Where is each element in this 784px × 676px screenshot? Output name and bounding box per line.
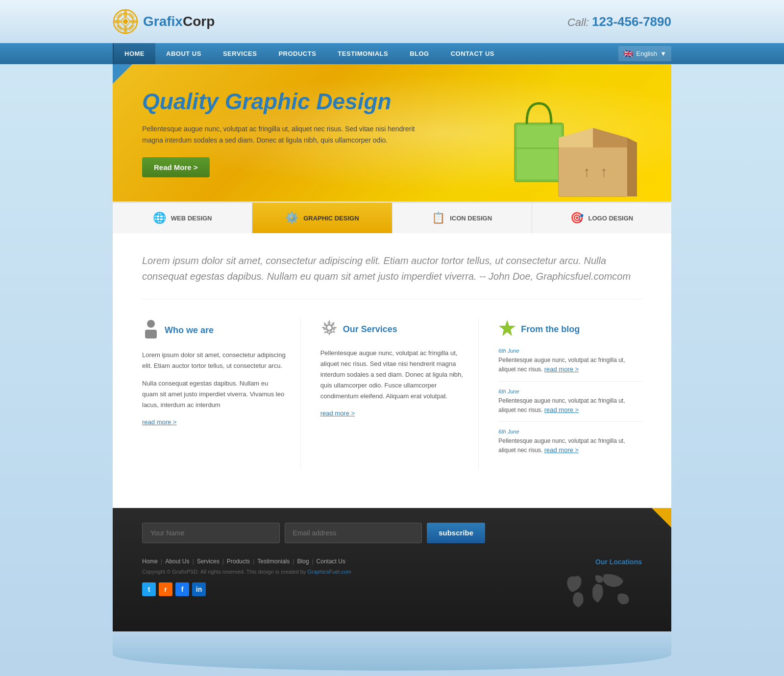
- logo-design-icon: 🎯: [570, 212, 584, 224]
- nav-products[interactable]: PRODUCTS: [268, 43, 327, 64]
- blog-read-more-3[interactable]: read more >: [544, 446, 579, 454]
- blog-text-2: Pellentesque augue nunc, volutpat ac fri…: [498, 396, 642, 415]
- footer-link-products[interactable]: Products: [227, 558, 250, 565]
- header: GrafixCorp Call: 123-456-7890: [0, 0, 784, 43]
- subscribe-button[interactable]: subscribe: [427, 523, 485, 543]
- email-input[interactable]: [285, 523, 422, 543]
- svg-rect-13: [517, 125, 561, 179]
- blog-item-3: 6th June Pellentesque augue nunc, volutp…: [498, 429, 642, 462]
- locations-section: Our Locations: [564, 558, 642, 617]
- nav-home[interactable]: HOME: [113, 43, 155, 64]
- who-we-are-column: Who we are Lorem ipsum dolor sit amet, c…: [142, 319, 301, 469]
- footer-link-home[interactable]: Home: [142, 558, 158, 565]
- footer-corner-decoration: [652, 508, 671, 528]
- logo-grafix: Grafix: [143, 14, 183, 29]
- footer: subscribe Home | About Us | Services | P…: [113, 508, 671, 631]
- blog-date-1: 6th June: [498, 348, 642, 354]
- hero-read-more-button[interactable]: Read More >: [142, 157, 210, 177]
- footer-nav-links: Home | About Us | Services | Products | …: [142, 558, 564, 565]
- footer-link-blog[interactable]: Blog: [297, 558, 309, 565]
- phone-number: Call: 123-456-7890: [567, 14, 671, 29]
- blog-text-3: Pellentesque augue nunc, volutpat ac fri…: [498, 436, 642, 455]
- facebook-icon[interactable]: f: [175, 582, 189, 596]
- hero-content: Quality Graphic Design Pellentesque augu…: [142, 88, 417, 177]
- social-icons: t r f in: [142, 582, 564, 596]
- star-icon: [498, 319, 516, 340]
- our-services-read-more[interactable]: read more >: [320, 410, 355, 417]
- hero-image: ↑ ↑: [490, 69, 647, 201]
- footer-link-about[interactable]: About Us: [165, 558, 189, 565]
- tab-icon-design-label: ICON DESIGN: [450, 215, 492, 222]
- locations-title: Our Locations: [564, 558, 642, 566]
- web-design-icon: 🌐: [153, 212, 166, 224]
- hero-text: Pellentesque augue nunc, volutpat ac fri…: [142, 123, 417, 145]
- our-services-column: Our Services Pellentesque augue nunc, vo…: [320, 319, 479, 469]
- twitter-icon[interactable]: t: [142, 582, 156, 596]
- graphic-design-icon: ⚙️: [285, 212, 298, 224]
- svg-rect-14: [514, 147, 564, 149]
- tab-logo-design[interactable]: 🎯 LOGO DESIGN: [532, 203, 671, 233]
- tab-logo-design-label: LOGO DESIGN: [588, 215, 634, 222]
- nav-about[interactable]: ABOUT US: [155, 43, 212, 64]
- from-the-blog-column: From the blog 6th June Pellentesque augu…: [498, 319, 642, 469]
- testimonial: Lorem ipsum dolor sit amet, consectetur …: [142, 253, 642, 299]
- language-selector[interactable]: 🇬🇧 English ▼: [618, 46, 671, 61]
- svg-point-4: [123, 25, 127, 33]
- who-we-are-header: Who we are: [142, 319, 286, 342]
- nav-testimonials[interactable]: TESTIMONIALS: [327, 43, 399, 64]
- hero-banner: Quality Graphic Design Pellentesque augu…: [113, 64, 671, 201]
- from-the-blog-header: From the blog: [498, 319, 642, 340]
- svg-point-11: [123, 19, 128, 24]
- services-gear-icon: [320, 319, 338, 340]
- our-services-text: Pellentesque augue nunc, volutpat ac fri…: [320, 348, 464, 402]
- our-services-header: Our Services: [320, 319, 464, 340]
- feature-columns: Who we are Lorem ipsum dolor sit amet, c…: [142, 319, 642, 469]
- who-we-are-text2: Nulla consequat egestas dapibus. Nullam …: [142, 378, 286, 410]
- name-input[interactable]: [142, 523, 280, 543]
- svg-point-3: [123, 10, 127, 18]
- footer-link-testimonials[interactable]: Testimonials: [257, 558, 290, 565]
- tab-icon-design[interactable]: 📋 ICON DESIGN: [392, 203, 532, 233]
- footer-links-left: Home | About Us | Services | Products | …: [142, 558, 564, 596]
- svg-text:↑: ↑: [600, 164, 608, 180]
- logo: GrafixCorp: [113, 9, 215, 34]
- footer-link-contact[interactable]: Contact Us: [317, 558, 345, 565]
- blog-read-more-1[interactable]: read more >: [544, 365, 579, 373]
- main-nav: HOME ABOUT US SERVICES PRODUCTS TESTIMON…: [0, 43, 784, 64]
- blog-text-1: Pellentesque augue nunc, volutpat ac fri…: [498, 356, 642, 374]
- tab-graphic-design-label: GRAPHIC DESIGN: [303, 215, 359, 222]
- svg-marker-18: [593, 128, 627, 147]
- hero-corner-decoration: [113, 64, 132, 84]
- rss-icon[interactable]: r: [159, 582, 172, 596]
- logo-icon: [113, 9, 138, 34]
- from-the-blog-title: From the blog: [521, 324, 580, 335]
- footer-link-services[interactable]: Services: [197, 558, 220, 565]
- tab-graphic-design[interactable]: ⚙️ GRAPHIC DESIGN: [252, 203, 392, 233]
- linkedin-icon[interactable]: in: [192, 582, 206, 596]
- blog-read-more-2[interactable]: read more >: [544, 406, 579, 413]
- subscribe-form: subscribe: [142, 523, 485, 543]
- svg-rect-23: [145, 330, 157, 338]
- blog-date-3: 6th June: [498, 429, 642, 435]
- copyright-text: Copyright © GrafixPSD. All rights reserv…: [142, 569, 564, 575]
- footer-bottom: Home | About Us | Services | Products | …: [142, 558, 642, 617]
- svg-text:↑: ↑: [583, 164, 590, 180]
- logo-text[interactable]: GrafixCorp: [143, 14, 215, 29]
- graphicsfuel-link[interactable]: GraphicsFuel.com: [307, 569, 351, 575]
- tab-web-design-label: WEB DESIGN: [171, 215, 212, 222]
- nav-blog[interactable]: BLOG: [399, 43, 440, 64]
- blog-item-2: 6th June Pellentesque augue nunc, volutp…: [498, 388, 642, 422]
- tab-web-design[interactable]: 🌐 WEB DESIGN: [113, 203, 252, 233]
- svg-rect-16: [559, 147, 627, 196]
- nav-services[interactable]: SERVICES: [212, 43, 268, 64]
- person-icon: [142, 319, 160, 342]
- svg-marker-21: [627, 138, 637, 196]
- who-we-are-text1: Lorem ipsum dolor sit amet, consectetur …: [142, 350, 286, 371]
- svg-point-6: [129, 20, 137, 24]
- nav-links: HOME ABOUT US SERVICES PRODUCTS TESTIMON…: [113, 43, 505, 64]
- who-we-are-read-more[interactable]: read more >: [142, 418, 176, 426]
- flag-icon: 🇬🇧: [623, 49, 633, 58]
- our-services-title: Our Services: [343, 324, 397, 335]
- nav-contact[interactable]: CONTACT US: [440, 43, 505, 64]
- language-label: English: [636, 50, 657, 57]
